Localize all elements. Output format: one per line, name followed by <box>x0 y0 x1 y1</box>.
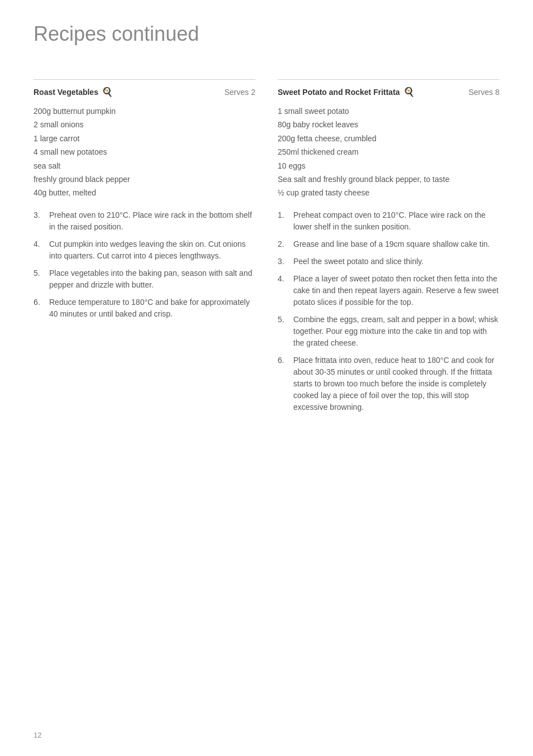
roast-serves: Serves 2 <box>225 87 255 98</box>
frittata-ingredients-list: 1 small sweet potato 80g baby rocket lea… <box>278 104 499 200</box>
roast-instructions-list: 3. Preheat oven to 210°C. Place wire rac… <box>34 208 255 322</box>
recipe-frittata: Sweet Potato and Rocket Frittata 🍳 Serve… <box>278 79 499 417</box>
list-item: 80g baby rocket leaves <box>278 118 499 131</box>
recipe-title-roast: Roast Vegetables 🍳 <box>34 85 113 99</box>
list-item: freshly ground black pepper <box>34 173 255 186</box>
list-item: sea salt <box>34 159 255 173</box>
frittata-title-text: Sweet Potato and Rocket Frittata <box>278 87 400 98</box>
page: Recipes continued Roast Vegetables 🍳 Ser… <box>0 0 533 756</box>
list-item: 4. Place a layer of sweet potato then ro… <box>278 271 499 310</box>
page-title: Recipes continued <box>34 22 499 46</box>
list-item: 40g butter, melted <box>34 186 255 199</box>
frittata-serves: Serves 8 <box>469 87 499 98</box>
list-item: 5. Place vegetables into the baking pan,… <box>34 266 255 293</box>
list-item: 1 small sweet potato <box>278 104 499 118</box>
list-item: 2 small onions <box>34 118 255 131</box>
page-number: 12 <box>34 731 41 739</box>
list-item: 4 small new potatoes <box>34 145 255 159</box>
list-item: ½ cup grated tasty cheese <box>278 186 499 199</box>
frittata-instructions-list: 1. Preheat compact oven to 210°C. Place … <box>278 208 499 415</box>
recipe-header-roast: Roast Vegetables 🍳 Serves 2 <box>34 79 255 99</box>
list-item: 10 eggs <box>278 159 499 173</box>
recipes-container: Roast Vegetables 🍳 Serves 2 200g buttern… <box>34 79 499 417</box>
recipe-title-frittata: Sweet Potato and Rocket Frittata 🍳 <box>278 85 415 99</box>
list-item: 250ml thickened cream <box>278 145 499 159</box>
list-item: 1. Preheat compact oven to 210°C. Place … <box>278 208 499 235</box>
roast-icon: 🍳 <box>102 85 113 99</box>
list-item: 6. Reduce temperature to 180°C and bake … <box>34 295 255 322</box>
list-item: 1 large carrot <box>34 132 255 145</box>
roast-title-text: Roast Vegetables <box>34 87 98 98</box>
list-item: 4. Cut pumpkin into wedges leaving the s… <box>34 237 255 264</box>
list-item: 200g fetta cheese, crumbled <box>278 132 499 145</box>
recipe-header-frittata: Sweet Potato and Rocket Frittata 🍳 Serve… <box>278 79 499 99</box>
list-item: 3. Preheat oven to 210°C. Place wire rac… <box>34 208 255 235</box>
frittata-icon: 🍳 <box>403 85 415 99</box>
list-item: 6. Place frittata into oven, reduce heat… <box>278 353 499 415</box>
recipe-roast-vegetables: Roast Vegetables 🍳 Serves 2 200g buttern… <box>34 79 255 417</box>
list-item: 2. Grease and line base of a 19cm square… <box>278 237 499 252</box>
list-item: 200g butternut pumpkin <box>34 104 255 118</box>
list-item: 3. Peel the sweet potato and slice thinl… <box>278 254 499 269</box>
list-item: Sea salt and freshly ground black pepper… <box>278 173 499 186</box>
list-item: 5. Combine the eggs, cream, salt and pep… <box>278 312 499 351</box>
roast-ingredients-list: 200g butternut pumpkin 2 small onions 1 … <box>34 104 255 200</box>
